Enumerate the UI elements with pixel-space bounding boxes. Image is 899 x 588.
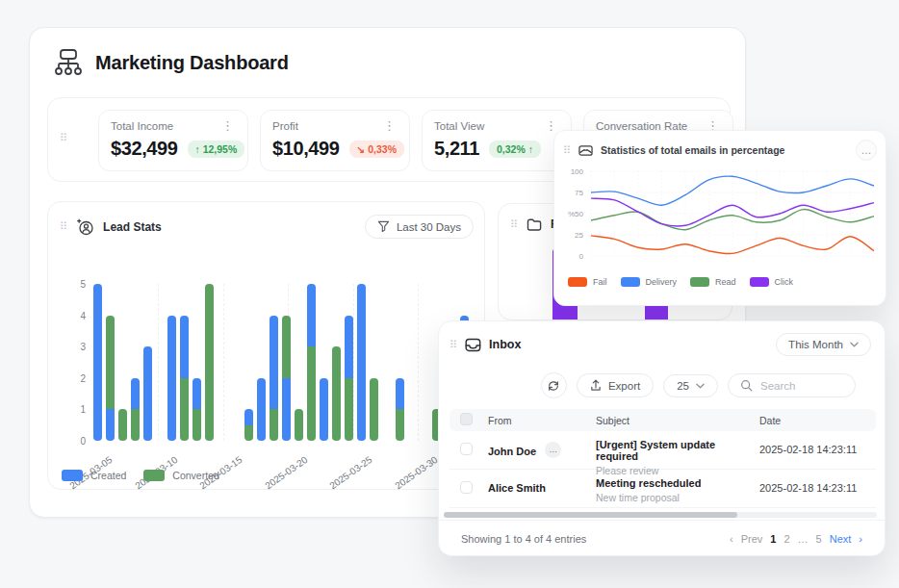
legend-chip: [690, 277, 709, 287]
row-menu-button[interactable]: …: [545, 442, 561, 458]
pagination-next-chevron-icon[interactable]: ›: [859, 533, 862, 545]
bar-segment-created: [167, 316, 176, 441]
y-axis-tick-label: 4: [64, 311, 86, 321]
trend-badge: ↘ 0,33%: [349, 141, 405, 158]
svg-text:50: 50: [575, 210, 583, 218]
legend-label: Created: [90, 470, 126, 481]
pagination-prev[interactable]: Prev: [741, 533, 763, 545]
bar-segment-created: [106, 409, 115, 441]
search-icon: [740, 379, 753, 392]
pagination-page-1[interactable]: 1: [770, 533, 776, 545]
bar-segment-created: [257, 378, 266, 441]
lead-stats-card: ⠿ Lead Stats Last 30 Days: [47, 201, 485, 490]
email-stats-legend: FailDeliveryReadClick: [568, 277, 793, 287]
stat-label: Total Income: [111, 120, 173, 132]
pagination-next[interactable]: Next: [830, 533, 852, 545]
gridline: [418, 284, 419, 441]
page-title: Marketing Dashboard: [95, 52, 289, 74]
bar-segment-created: [93, 284, 102, 441]
search-input[interactable]: [760, 380, 842, 392]
legend-label: Read: [715, 277, 736, 287]
drag-handle-icon[interactable]: ⠿: [60, 133, 67, 143]
page: Marketing Dashboard ⠿ Total Income ⋮ $32…: [0, 0, 899, 588]
pagination-prev-chevron-icon[interactable]: ‹: [730, 533, 733, 545]
select-all-checkbox[interactable]: [460, 413, 473, 425]
lead-stats-legend: CreatedConverted: [62, 470, 219, 481]
y-axis-tick-label: 2: [64, 373, 86, 384]
legend-item-delivery: Delivery: [621, 277, 678, 287]
inbox-icon: [465, 338, 481, 352]
gridline: [158, 284, 159, 441]
svg-text:100: 100: [571, 167, 584, 176]
horizontal-scrollbar: [444, 512, 877, 518]
chevron-down-icon: [850, 342, 859, 347]
drag-handle-icon[interactable]: ⠿: [60, 221, 67, 232]
inbox-rows: John Doe…[Urgent] System update required…: [450, 431, 876, 508]
stat-value: $10,499: [272, 138, 340, 160]
table-header-row: From Subject Date: [450, 409, 876, 431]
bar-segment-created: [320, 378, 328, 441]
bar-segment-created: [396, 378, 404, 410]
date-range-filter-button[interactable]: Last 30 Days: [366, 216, 473, 238]
column-header-date: Date: [759, 415, 876, 426]
export-button[interactable]: Export: [577, 373, 654, 397]
drag-handle-icon[interactable]: ⠿: [510, 219, 518, 230]
svg-text:0: 0: [579, 252, 584, 261]
legend-item-read: Read: [690, 277, 736, 287]
more-options-button[interactable]: …: [856, 140, 877, 161]
row-checkbox[interactable]: [460, 443, 473, 455]
pagination-ellipsis: …: [798, 533, 809, 545]
stat-value: 5,211: [434, 138, 479, 160]
bar-segment-converted: [396, 409, 404, 441]
legend-label: Click: [775, 277, 794, 287]
gridline: [353, 284, 354, 441]
sender-name: Alice Smith: [488, 477, 546, 494]
inbox-toolbar: Export 25: [541, 372, 856, 398]
subject-preview: Please review: [596, 465, 759, 476]
drag-handle-icon[interactable]: ⠿: [450, 340, 457, 350]
bar-segment-created: [345, 316, 353, 378]
kebab-menu-icon[interactable]: ⋮: [219, 119, 236, 132]
y-axis-tick-label: 5: [64, 279, 86, 290]
refresh-icon: [547, 379, 560, 393]
trend-badge: ↑ 12,95%: [188, 141, 245, 158]
pagination: ‹Prev12…5Next›: [730, 533, 862, 545]
row-checkbox[interactable]: [460, 481, 473, 494]
kebab-menu-icon[interactable]: ⋮: [381, 119, 398, 132]
subject-text: [Urgent] System update required: [596, 439, 759, 462]
date-range-filter-label: Last 30 Days: [397, 221, 461, 233]
bar-segment-created: [131, 378, 140, 410]
from-cell: Alice Smith: [488, 477, 596, 494]
bar-segment-converted: [332, 346, 341, 441]
column-header-from: From: [488, 415, 596, 426]
stat-card-total-income: Total Income ⋮ $32,499 ↑ 12,95%: [98, 110, 248, 171]
bar-segment-converted: [205, 284, 214, 441]
y-axis-tick-label: 1: [64, 404, 86, 415]
row-checkbox-cell: [450, 477, 488, 496]
bar-segment-converted: [295, 409, 303, 441]
funnel-icon: [377, 220, 390, 233]
drag-handle-icon[interactable]: ⠿: [563, 145, 571, 156]
legend-chip: [750, 277, 769, 287]
inbox-footer: Showing 1 to 4 of 4 entries ‹Prev12…5Nex…: [439, 520, 885, 556]
table-row[interactable]: John Doe…[Urgent] System update required…: [450, 431, 876, 470]
bar-segment-converted: [131, 409, 140, 441]
envelope-icon: [578, 144, 593, 157]
scrollbar-thumb[interactable]: [444, 512, 737, 518]
chevron-down-icon: [696, 383, 705, 389]
kebab-menu-icon[interactable]: ⋮: [543, 119, 559, 132]
legend-chip: [621, 277, 640, 287]
page-size-value: 25: [677, 380, 689, 392]
pagination-page-2[interactable]: 2: [783, 533, 789, 545]
bar-segment-created: [307, 284, 316, 346]
x-axis-tick-label: 2025-03-30: [393, 454, 439, 491]
legend-chip: [62, 470, 83, 481]
sitemap-icon: [51, 45, 86, 80]
refresh-button[interactable]: [541, 372, 567, 398]
period-filter-button[interactable]: This Month: [776, 333, 871, 356]
legend-chip: [568, 277, 587, 287]
date-cell: 2025-02-18 14:23:11: [759, 477, 876, 494]
pagination-page-5[interactable]: 5: [816, 533, 822, 545]
bar-segment-converted: [193, 409, 201, 441]
page-size-select[interactable]: 25: [663, 374, 718, 397]
